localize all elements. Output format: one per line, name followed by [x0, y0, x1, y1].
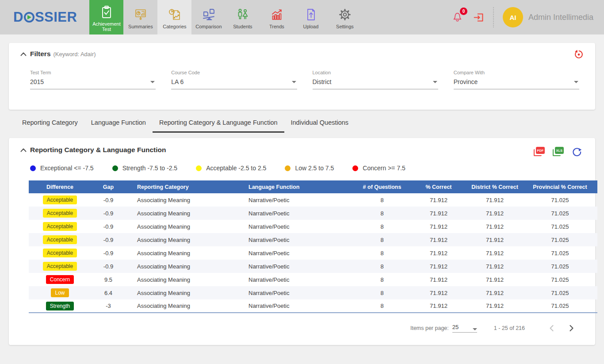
top-right-cluster: 0 AI Admin Intellimedia	[451, 0, 604, 34]
table-row[interactable]: Concern 9.5 Associating Meaning Narrativ…	[29, 273, 597, 286]
results-table: Difference Gap Reporting Category Langua…	[29, 180, 597, 313]
district-pct-cell: 71.912	[467, 273, 523, 286]
provincial-pct-cell: 71.025	[523, 207, 597, 220]
nav-summaries[interactable]: Summaries	[123, 0, 157, 34]
nav-label: Categories	[163, 24, 186, 29]
compare-with-select[interactable]: Province	[454, 75, 579, 89]
tab-reporting-category-language-function[interactable]: Reporting Category & Language Function	[153, 113, 284, 133]
table-row[interactable]: Acceptable -0.9 Associating Meaning Narr…	[29, 193, 597, 207]
panel-collapse-button[interactable]	[18, 148, 30, 152]
course-code-select[interactable]: LA 6	[171, 75, 297, 89]
location-select[interactable]: District	[313, 75, 438, 89]
col-pct-correct[interactable]: % Correct	[410, 180, 467, 193]
pct-correct-cell: 71.912	[410, 207, 467, 220]
caret-down-icon	[473, 328, 477, 330]
tab-reporting-category[interactable]: Reporting Category	[15, 113, 84, 133]
chevron-up-icon	[20, 148, 27, 152]
table-row[interactable]: Acceptable -0.9 Associating Meaning Narr…	[29, 233, 597, 246]
provincial-pct-cell: 71.025	[523, 299, 597, 313]
col-gap[interactable]: Gap	[91, 180, 126, 193]
page-range-label: 1 - 25 of 216	[494, 325, 525, 331]
district-pct-cell: 71.912	[467, 193, 523, 207]
xls-icon: XLS	[555, 147, 564, 154]
district-pct-cell: 71.912	[467, 220, 523, 233]
legend-dot-orange	[285, 165, 291, 171]
gap-cell: -3	[91, 299, 126, 313]
notification-badge: 0	[460, 8, 467, 15]
filters-collapse-button[interactable]	[18, 52, 30, 56]
tab-individual-questions[interactable]: Individual Questions	[284, 113, 356, 133]
questions-cell: 8	[354, 299, 410, 313]
table-row[interactable]: Acceptable -0.9 Associating Meaning Narr…	[29, 220, 597, 233]
gap-cell: -0.9	[91, 260, 126, 273]
pct-correct-cell: 71.912	[410, 233, 467, 246]
top-navigation-bar: D SSIER Achievement Test Summaries C	[0, 0, 604, 34]
nav-comparison[interactable]: Comparison	[191, 0, 226, 34]
nav-upload[interactable]: Upload	[294, 0, 328, 34]
tab-language-function[interactable]: Language Function	[84, 113, 153, 133]
field-value: District	[313, 78, 332, 85]
items-per-page-value: 25	[452, 324, 459, 330]
students-icon	[236, 8, 250, 22]
table-row[interactable]: Acceptable -0.9 Associating Meaning Narr…	[29, 207, 597, 220]
clipboard-check-icon	[99, 5, 114, 19]
previous-page-button[interactable]	[545, 322, 558, 335]
pct-correct-cell: 71.912	[410, 273, 467, 286]
difference-badge: Concern	[46, 275, 74, 284]
dossier-logo[interactable]: D SSIER	[13, 0, 77, 34]
reset-filters-button[interactable]	[574, 50, 584, 61]
notifications-button[interactable]: 0	[451, 11, 463, 24]
difference-badge: Acceptable	[43, 209, 77, 218]
pdf-icon: PDF	[536, 147, 545, 154]
refresh-button[interactable]	[572, 147, 582, 157]
table-header-row: Difference Gap Reporting Category Langua…	[29, 180, 597, 193]
gap-cell: -0.9	[91, 193, 126, 207]
pct-correct-cell: 71.912	[410, 286, 467, 299]
nav-label: Settings	[336, 24, 354, 29]
provincial-pct-cell: 71.025	[523, 246, 597, 260]
panel-title: Reporting Category & Language Function	[30, 146, 166, 154]
pct-correct-cell: 71.912	[410, 193, 467, 207]
chevron-up-icon	[20, 52, 27, 56]
gap-cell: 6.4	[91, 286, 126, 299]
legend-label: Acceptable -2.5 to 2.5	[206, 165, 266, 172]
table-row[interactable]: Strength -3 Associating Meaning Narrativ…	[29, 299, 597, 313]
col-questions[interactable]: # of Questions	[354, 180, 410, 193]
reporting-category-cell: Associating Meaning	[126, 299, 244, 313]
categories-icon	[168, 8, 182, 22]
district-pct-cell: 71.912	[467, 233, 523, 246]
main-nav: Achievement Test Summaries Categories	[89, 0, 362, 34]
logout-button[interactable]	[473, 12, 484, 23]
col-difference[interactable]: Difference	[29, 180, 91, 193]
nav-settings[interactable]: Settings	[328, 0, 362, 34]
nav-trends[interactable]: Trends	[260, 0, 294, 34]
caret-down-icon	[292, 81, 296, 83]
col-district-pct[interactable]: District % Correct	[467, 180, 523, 193]
logo-letter-d: D	[13, 9, 23, 25]
next-page-button[interactable]	[565, 322, 578, 335]
test-term-select[interactable]: 2015	[30, 75, 156, 89]
table-row[interactable]: Low 6.4 Associating Meaning Narrative/Po…	[29, 286, 597, 299]
col-provincial-pct[interactable]: Provincial % Correct	[523, 180, 597, 193]
nav-students[interactable]: Students	[226, 0, 260, 34]
upload-icon	[304, 8, 318, 22]
chevron-left-icon	[548, 324, 556, 332]
questions-cell: 8	[354, 260, 410, 273]
export-xls-button[interactable]: XLS	[553, 147, 564, 157]
table-row[interactable]: Acceptable -0.9 Associating Meaning Narr…	[29, 246, 597, 260]
reporting-category-cell: Associating Meaning	[126, 246, 244, 260]
avatar[interactable]: AI	[503, 7, 523, 27]
nav-label: Achievement Test	[89, 21, 123, 32]
table-row[interactable]: Acceptable -0.9 Associating Meaning Narr…	[29, 260, 597, 273]
col-language-function[interactable]: Language Function	[244, 180, 354, 193]
nav-categories[interactable]: Categories	[157, 0, 191, 34]
gear-icon	[338, 8, 352, 22]
legend-label: Exceptional <= -7.5	[40, 165, 94, 172]
reporting-category-cell: Associating Meaning	[126, 207, 244, 220]
items-per-page-select[interactable]: 25	[452, 324, 477, 333]
col-reporting-category[interactable]: Reporting Category	[126, 180, 244, 193]
nav-achievement-test[interactable]: Achievement Test	[89, 0, 123, 34]
export-pdf-button[interactable]: PDF	[534, 147, 545, 157]
nav-label: Comparison	[195, 24, 222, 29]
field-label: Location	[313, 70, 438, 75]
